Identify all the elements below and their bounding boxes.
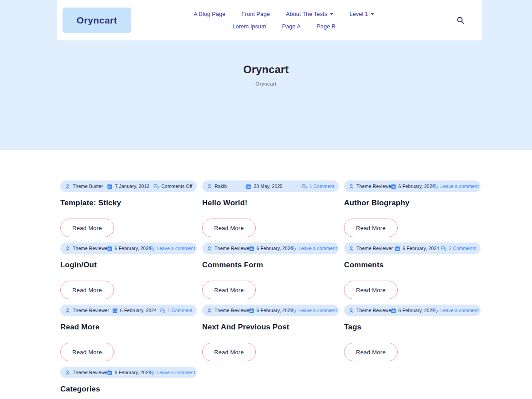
nav-item-about-the-tests[interactable]: About The Tests	[286, 11, 333, 17]
comments-icon	[160, 308, 165, 313]
nav-item-label: Page A	[282, 23, 301, 30]
post-date: 6 February, 2024	[107, 246, 149, 251]
post-meta-bar: Theme Reviewer 6 February, 2024	[60, 305, 197, 316]
post-date: 6 February, 2024	[391, 184, 433, 189]
post-author: Theme Buster	[65, 184, 103, 189]
post-title-link[interactable]: Tags	[344, 322, 481, 332]
calendar-icon	[391, 184, 396, 189]
posts-grid: Theme Buster 7 January, 2012	[0, 150, 532, 399]
author-icon	[207, 246, 212, 251]
chevron-down-icon	[330, 13, 333, 15]
post-date-text: 6 February, 2024	[257, 308, 293, 313]
post-title-link[interactable]: Author Biography	[344, 198, 481, 208]
post-comments-text: Comments Off	[161, 184, 192, 189]
post-author: Theme Reviewer	[207, 308, 249, 313]
post-author-name: Theme Reviewer	[73, 246, 109, 251]
post-comments-link[interactable]: 1 Comment	[168, 308, 192, 313]
post-comments-link[interactable]: Leave a comment	[440, 184, 478, 189]
post-comments-link[interactable]: 1 Comment	[309, 184, 334, 189]
read-more-button[interactable]: Read More	[344, 343, 398, 361]
post-date-text: 6 February, 2024	[120, 308, 156, 313]
read-more-button[interactable]: Read More	[202, 281, 256, 299]
post-card: Theme Reviewer 6 February, 2024	[344, 243, 481, 299]
author-icon	[207, 184, 212, 189]
post-card: Theme Reviewer 6 February, 2024	[344, 180, 481, 237]
post-title-link[interactable]: Login/Out	[60, 260, 197, 270]
post-comments-link[interactable]: Leave a comment	[156, 370, 195, 375]
calendar-icon	[246, 184, 251, 189]
post-date-text: 6 February, 2024	[403, 246, 439, 251]
post-title-link[interactable]: Comments Form	[202, 260, 339, 270]
post-date-text: 7 January, 2012	[115, 184, 149, 189]
post-author: Theme Reviewer	[348, 184, 391, 189]
post-meta-bar: Theme Reviewer 6 February, 2024	[60, 243, 197, 254]
read-more-button[interactable]: Read More	[60, 343, 114, 361]
comments-icon	[149, 370, 154, 376]
post-author: Theme Reviewer	[348, 308, 391, 313]
post-meta-bar: Theme Reviewer 6 February, 2024	[344, 180, 481, 192]
post-comments: 1 Comment	[160, 308, 192, 313]
post-title-link[interactable]: Template: Sticky	[60, 198, 197, 208]
post-title-link[interactable]: Hello World!	[202, 198, 339, 208]
author-icon	[65, 308, 70, 313]
post-meta-bar: Theme Reviewer 6 February, 2024	[344, 305, 481, 316]
post-card: Theme Reviewer 6 February, 2024	[202, 243, 339, 299]
post-author-name: Theme Reviewer	[73, 370, 109, 375]
post-card: Theme Reviewer 6 February, 2024	[344, 305, 481, 361]
search-button[interactable]	[454, 14, 466, 26]
nav-item-lorem-ipsum[interactable]: Lorem Ipsum	[232, 23, 266, 30]
post-comments-link[interactable]: Leave a comment	[298, 246, 336, 251]
post-card: Theme Reviewer 6 February, 2024	[60, 367, 197, 399]
author-icon	[348, 246, 354, 251]
post-title-link[interactable]: Read More	[60, 322, 197, 332]
post-author: Theme Reviewer	[65, 308, 109, 313]
post-author: Theme Reviewer	[207, 246, 249, 251]
author-icon	[348, 308, 354, 313]
post-comments-link[interactable]: 2 Comments	[449, 246, 476, 251]
post-author: Theme Reviewer	[348, 246, 393, 251]
nav-item-label: Lorem Ipsum	[232, 23, 266, 30]
post-author-name: Theme Reviewer	[73, 308, 109, 313]
post-author: Theme Reviewer	[65, 246, 107, 251]
read-more-button[interactable]: Read More	[60, 219, 114, 237]
site-logo[interactable]: Oryncart	[63, 8, 131, 33]
post-meta-bar: Theme Reviewer 6 February, 2024	[60, 367, 197, 378]
read-more-button[interactable]: Read More	[344, 219, 398, 237]
post-comments-link[interactable]: Leave a comment	[440, 308, 478, 313]
nav-item-level-1[interactable]: Level 1	[349, 11, 374, 17]
post-comments-link[interactable]: Leave a comment	[156, 246, 195, 251]
page-title: Oryncart	[0, 63, 532, 76]
comments-icon	[432, 184, 438, 189]
post-card: Theme Reviewer 6 February, 2024	[60, 243, 197, 299]
post-comments-link[interactable]: Leave a comment	[298, 308, 336, 313]
main-nav: A Blog PageFront PageAbout The TestsLeve…	[131, 11, 454, 30]
post-author-name: Theme Reviewer	[356, 308, 393, 313]
post-meta-bar: Theme Reviewer 6 February, 2024	[344, 243, 481, 254]
read-more-button[interactable]: Read More	[344, 281, 398, 299]
comments-icon	[432, 308, 438, 313]
nav-item-page-a[interactable]: Page A	[282, 23, 301, 30]
post-author-name: Theme Reviewer	[215, 246, 251, 251]
top-area: Oryncart A Blog PageFront PageAbout The …	[0, 0, 532, 150]
nav-item-page-b[interactable]: Page B	[317, 23, 336, 30]
calendar-icon	[249, 246, 254, 251]
nav-item-label: About The Tests	[286, 11, 327, 17]
read-more-button[interactable]: Read More	[202, 343, 256, 361]
calendar-icon	[107, 184, 113, 189]
calendar-icon	[112, 308, 118, 313]
post-comments: Leave a comment	[149, 246, 192, 251]
post-author-name: Theme Reviewer	[215, 308, 251, 313]
nav-item-a-blog-page[interactable]: A Blog Page	[194, 11, 226, 17]
post-title-link[interactable]: Comments	[344, 260, 481, 270]
nav-item-front-page[interactable]: Front Page	[241, 11, 270, 17]
post-title-link[interactable]: Next And Previous Post	[202, 322, 339, 332]
post-title-link[interactable]: Categories	[60, 384, 197, 394]
page-subtitle: Oryncart	[0, 81, 532, 86]
read-more-button[interactable]: Read More	[60, 281, 114, 299]
comments-icon	[290, 246, 296, 251]
read-more-button[interactable]: Read More	[202, 219, 256, 237]
nav-row-primary: A Blog PageFront PageAbout The TestsLeve…	[131, 11, 437, 17]
post-date: 6 February, 2024	[249, 308, 291, 313]
calendar-icon	[107, 370, 113, 376]
post-comments: Comments Off	[153, 184, 192, 189]
